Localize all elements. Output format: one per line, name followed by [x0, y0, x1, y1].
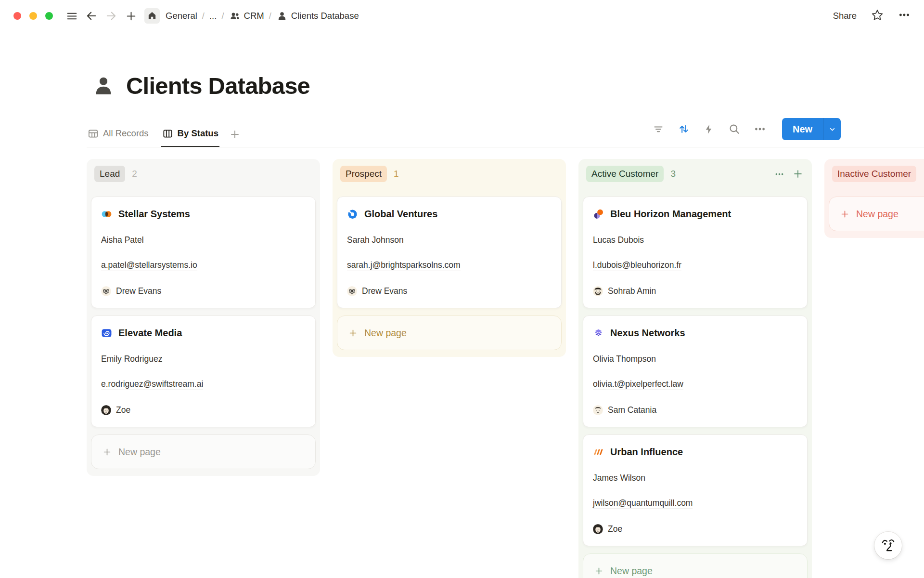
people-icon [229, 10, 241, 22]
home-icon[interactable] [144, 8, 160, 24]
swirl-chart-icon [347, 209, 358, 220]
zoom-window-button[interactable] [45, 12, 53, 20]
kanban-board: Lead 2 Stellar Systems Aisha Patel a.pat… [87, 159, 924, 578]
close-window-button[interactable] [13, 12, 21, 20]
filter-icon[interactable] [652, 123, 665, 135]
plus-icon [102, 447, 112, 457]
email-link[interactable]: jwilson@quantumquill.com [593, 498, 693, 509]
avatar-zoe [593, 524, 603, 534]
client-card-nexus-networks[interactable]: Nexus Networks Olivia Thompson olivia.t@… [583, 315, 808, 427]
column-more-icon[interactable] [774, 169, 784, 179]
avatar-drew-evans [101, 286, 111, 296]
breadcrumb: General / ... / CRM / Clients Database [166, 10, 359, 22]
contact-name: Emily Rodriguez [101, 354, 306, 365]
search-icon[interactable] [728, 123, 741, 135]
breadcrumb-separator: / [269, 11, 271, 21]
column-count: 1 [394, 169, 399, 179]
new-page-button[interactable]: New page [829, 197, 924, 231]
table-view-icon [88, 128, 99, 139]
breadcrumb-item-general[interactable]: General [166, 11, 197, 21]
view-options-icon[interactable] [754, 123, 766, 135]
new-record-button[interactable]: New [782, 118, 841, 140]
client-card-global-ventures[interactable]: Global Ventures Sarah Johnson sarah.j@br… [337, 197, 562, 308]
email-link[interactable]: olivia.t@pixelperfect.law [593, 379, 683, 390]
column-prospect: Prospect 1 Global Ventures Sarah Johnson… [333, 159, 566, 357]
new-page-button[interactable]: New page [583, 553, 808, 578]
more-options-icon[interactable] [898, 9, 911, 24]
owner-row: Drew Evans [101, 285, 306, 297]
owner-name: Sohrab Amin [608, 286, 656, 296]
card-title: Elevate Media [118, 328, 182, 339]
window-controls [13, 12, 53, 20]
status-badge-prospect[interactable]: Prospect [340, 166, 387, 182]
card-title: Nexus Networks [610, 328, 685, 339]
owner-name: Sam Catania [608, 405, 656, 415]
new-button-label[interactable]: New [782, 124, 823, 135]
contact-name: Lucas Dubois [593, 235, 797, 246]
owner-name: Zoe [608, 524, 622, 534]
card-title: Stellar Systems [118, 209, 190, 220]
back-icon[interactable] [85, 10, 98, 22]
client-card-stellar-systems[interactable]: Stellar Systems Aisha Patel a.patel@stel… [91, 197, 316, 308]
overlap-dots-icon [593, 209, 604, 220]
status-badge-inactive-customer[interactable]: Inactive Customer [832, 166, 916, 182]
owner-row: Drew Evans [347, 285, 552, 297]
face-icon [874, 532, 902, 559]
new-button-chevron-down-icon[interactable] [823, 125, 841, 133]
view-tabs: All Records By Status [87, 121, 219, 147]
forward-icon[interactable] [105, 10, 117, 22]
breadcrumb-item-clients-database[interactable]: Clients Database [276, 10, 359, 22]
automation-lightning-icon[interactable] [703, 123, 715, 135]
sort-icon[interactable] [678, 123, 690, 135]
new-tab-plus-icon[interactable] [125, 10, 137, 22]
assistant-face-button[interactable] [874, 532, 902, 559]
breadcrumb-separator: / [221, 11, 224, 21]
email-link[interactable]: sarah.j@brightsparksolns.com [347, 260, 461, 271]
avatar-sohrab-amin [593, 286, 603, 296]
breadcrumb-item-crm[interactable]: CRM [229, 10, 264, 22]
status-badge-lead[interactable]: Lead [94, 166, 125, 182]
tab-by-status[interactable]: By Status [161, 121, 219, 147]
column-count: 2 [132, 169, 137, 179]
contact-name: Sarah Johnson [347, 235, 552, 246]
card-title: Global Ventures [364, 209, 437, 220]
owner-row: Zoe [593, 523, 797, 535]
plus-icon [594, 566, 604, 576]
page-person-icon [91, 74, 116, 98]
page-title[interactable]: Clients Database [126, 72, 310, 99]
plus-icon [840, 209, 850, 219]
column-active-customer: Active Customer 3 Bleu Horizon Managemen… [578, 159, 812, 578]
venn-circles-icon [101, 209, 112, 220]
contact-name: Olivia Thompson [593, 354, 797, 365]
breadcrumb-item-collapsed[interactable]: ... [209, 11, 217, 21]
email-link[interactable]: a.patel@stellarsystems.io [101, 260, 197, 271]
column-count: 3 [670, 169, 676, 179]
column-inactive-customer: Inactive Customer New page [824, 159, 924, 238]
tab-all-records[interactable]: All Records [87, 121, 150, 147]
breadcrumb-separator: / [202, 11, 205, 21]
plus-icon [348, 328, 358, 338]
client-card-elevate-media[interactable]: Elevate Media Emily Rodriguez e.rodrigue… [91, 315, 316, 427]
card-title: Urban Influence [610, 447, 683, 458]
email-link[interactable]: e.rodriguez@swiftstream.ai [101, 379, 203, 390]
column-add-card-icon[interactable] [793, 169, 803, 179]
client-card-bleu-horizon[interactable]: Bleu Horizon Management Lucas Dubois l.d… [583, 197, 808, 308]
new-page-button[interactable]: New page [91, 434, 316, 469]
avatar-drew-evans [347, 286, 357, 296]
share-button[interactable]: Share [833, 11, 857, 21]
card-title: Bleu Horizon Management [610, 209, 731, 220]
add-view-plus-icon[interactable] [229, 129, 241, 140]
window-top-bar: General / ... / CRM / Clients Database S… [0, 0, 924, 32]
status-badge-active-customer[interactable]: Active Customer [586, 166, 664, 182]
spiral-icon [101, 328, 112, 339]
avatar-sam-catania [593, 405, 603, 415]
minimize-window-button[interactable] [29, 12, 37, 20]
favorite-star-icon[interactable] [871, 9, 884, 24]
owner-name: Drew Evans [116, 286, 161, 296]
sidebar-toggle-icon[interactable] [65, 10, 78, 22]
email-link[interactable]: l.dubois@bleuhorizon.fr [593, 260, 681, 271]
contact-name: James Wilson [593, 473, 797, 484]
board-view-icon [162, 128, 173, 139]
client-card-urban-influence[interactable]: Urban Influence James Wilson jwilson@qua… [583, 434, 808, 546]
new-page-button[interactable]: New page [337, 315, 562, 350]
